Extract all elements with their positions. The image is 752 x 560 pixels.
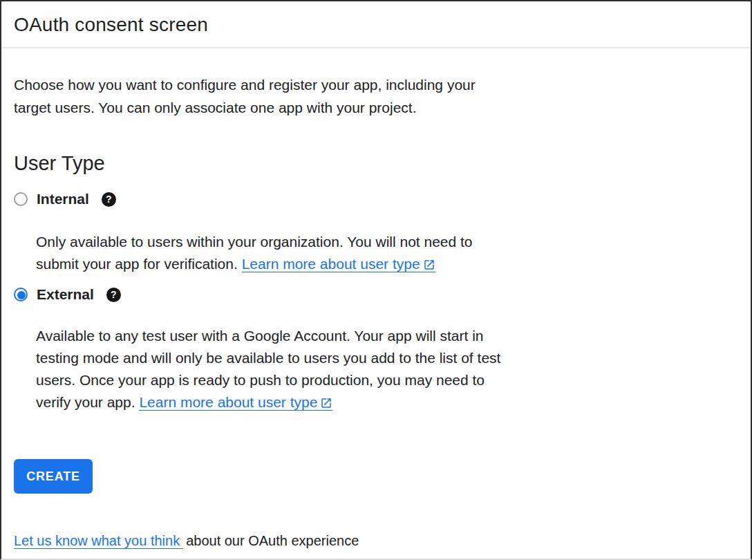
learn-more-label: Learn more about user type: [242, 256, 420, 272]
footer-text: about our OAuth experience: [186, 533, 359, 548]
user-type-option-external: External ?: [14, 286, 738, 303]
user-type-heading: User Type: [14, 151, 738, 176]
internal-description: Only available to users within your orga…: [36, 231, 738, 275]
footer: Let us know what you thinkabout our OAut…: [14, 532, 738, 549]
radio-external[interactable]: [14, 288, 28, 301]
radio-internal-label[interactable]: Internal: [37, 191, 89, 207]
page-title: OAuth consent screen: [14, 13, 738, 37]
learn-more-label: Learn more about user type: [139, 394, 317, 410]
header-divider: [1, 47, 751, 48]
open-in-new-icon: [423, 259, 435, 271]
radio-external-label[interactable]: External: [37, 286, 94, 303]
internal-learn-more-link[interactable]: Learn more about user type: [242, 256, 435, 272]
user-type-option-internal: Internal ?: [14, 191, 738, 207]
external-description: Available to any test user with a Google…: [36, 325, 738, 413]
feedback-link[interactable]: Let us know what you think: [14, 533, 183, 549]
help-icon[interactable]: ?: [106, 288, 121, 302]
create-button[interactable]: CREATE: [14, 459, 93, 494]
radio-internal[interactable]: [14, 192, 28, 206]
page-content: Choose how you want to configure and reg…: [1, 73, 751, 549]
intro-text: Choose how you want to configure and reg…: [14, 73, 738, 119]
external-learn-more-link[interactable]: Learn more about user type: [139, 394, 332, 411]
open-in-new-icon: [320, 397, 332, 409]
help-icon[interactable]: ?: [102, 192, 116, 207]
oauth-consent-page: OAuth consent screen Choose how you want…: [0, 0, 752, 560]
page-header: OAuth consent screen: [1, 1, 751, 47]
